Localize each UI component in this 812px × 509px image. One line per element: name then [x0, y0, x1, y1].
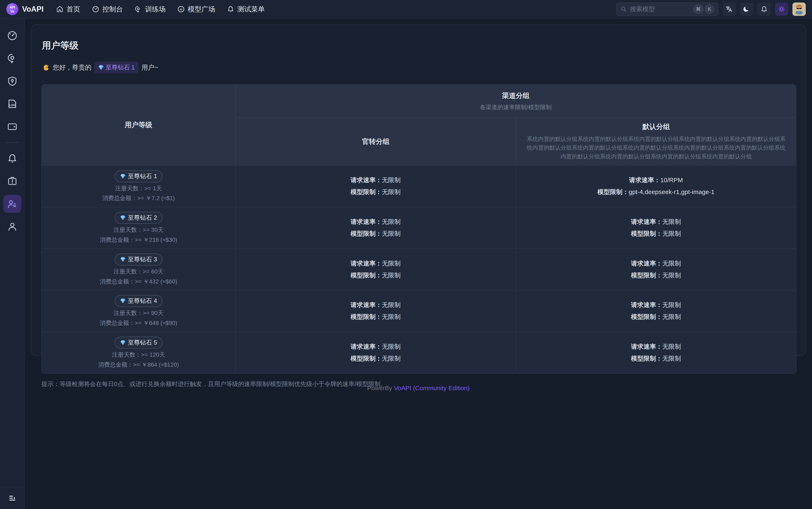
moon-icon: [743, 5, 750, 13]
model-search[interactable]: ⌘ K: [616, 2, 718, 16]
register-days: 注册天数：>= 120天: [112, 351, 165, 359]
nav-item-console[interactable]: 控制台: [92, 5, 123, 14]
bell-icon: [760, 5, 768, 13]
table-row: 至尊钻石 5 注册天数：>= 120天 消费总金额：>= ￥864 (≈$120…: [42, 332, 796, 373]
official-group-cell: 请求速率：无限制 模型限制：无限制: [235, 249, 516, 290]
sidebar-item-profile[interactable]: [3, 217, 21, 236]
footer: PowerBy VoAPI (Community Edition): [25, 384, 812, 392]
sidebar-item-token[interactable]: [3, 72, 21, 90]
sidebar-item-dashboard[interactable]: [3, 27, 21, 45]
settings-button[interactable]: [775, 2, 788, 16]
total-spend: 消费总金额：>= ￥7.2 (≈$1): [102, 194, 175, 202]
default-group-cell: 请求速率：无限制 模型限制：无限制: [516, 249, 796, 290]
sidebar-item-notification[interactable]: [3, 149, 21, 167]
level-badge: 至尊钻石 5: [115, 337, 162, 349]
default-model-limit: 无限制: [662, 272, 681, 279]
sidebar-item-user-level[interactable]: [3, 195, 21, 213]
notifications-button[interactable]: [758, 2, 771, 16]
gear-icon: [778, 5, 785, 13]
svg-text:API: API: [9, 6, 15, 9]
official-rate-limit: 无限制: [382, 260, 401, 267]
default-rate-limit: 10/RPM: [660, 176, 683, 183]
kbd-k: K: [705, 5, 714, 14]
sidebar-item-log[interactable]: [3, 95, 21, 113]
diamond-icon: [120, 257, 126, 263]
nav-item-test-menu[interactable]: 测试菜单: [227, 5, 265, 14]
page-title: 用户等级: [42, 39, 796, 52]
official-model-limit: 无限制: [382, 313, 401, 320]
level-cell: 至尊钻石 3 注册天数：>= 60天 消费总金额：>= ￥432 (≈$60): [42, 249, 235, 290]
official-model-limit: 无限制: [382, 230, 401, 237]
total-spend: 消费总金额：>= ￥216 (≈$30): [100, 236, 177, 244]
sidebar-item-ticket[interactable]: [3, 172, 21, 190]
sidebar: [0, 19, 25, 509]
topbar: API Vo VoAPI 首页 控制台 训练场 模型广场 测试菜单: [0, 0, 812, 19]
diamond-icon: [120, 340, 126, 346]
level-badge: 至尊钻石 3: [115, 253, 162, 266]
sidebar-item-playground[interactable]: [3, 49, 21, 67]
table-body: 至尊钻石 1 注册天数：>= 1天 消费总金额：>= ￥7.2 (≈$1) 请求…: [42, 165, 796, 373]
level-badge: 至尊钻石 1: [115, 170, 162, 182]
search-icon: [620, 6, 627, 12]
default-group-cell: 请求速率：无限制 模型限制：无限制: [516, 332, 796, 373]
level-badge: 至尊钻石 4: [115, 295, 162, 307]
theme-toggle-button[interactable]: [740, 2, 753, 16]
level-cell: 至尊钻石 2 注册天数：>= 30天 消费总金额：>= ￥216 (≈$30): [42, 207, 235, 248]
user-avatar[interactable]: [792, 2, 806, 16]
translate-icon: [725, 5, 733, 13]
register-days: 注册天数：>= 60天: [114, 268, 163, 276]
register-days: 注册天数：>= 90天: [114, 309, 163, 317]
nav-item-playground[interactable]: 训练场: [135, 5, 165, 14]
user-level-table: 用户等级 渠道分组 各渠道的速率限制/模型限制 官转分组 默认分组 系统内置的默…: [41, 84, 797, 374]
official-group-cell: 请求速率：无限制 模型限制：无限制: [235, 332, 516, 373]
level-cell: 至尊钻石 4 注册天数：>= 90天 消费总金额：>= ￥648 (≈$90): [42, 290, 235, 332]
brand-title: VoAPI: [22, 5, 43, 13]
language-button[interactable]: [723, 2, 736, 16]
user-level-card: 用户等级 您好，尊贵的 至尊钻石 1 用户~ 用户等级 渠道分组 各渠道的速率限…: [31, 24, 806, 356]
svg-text:Vo: Vo: [10, 9, 14, 13]
footer-voapi-link[interactable]: VoAPI (Community Edition): [394, 384, 470, 392]
nav-item-model-plaza[interactable]: 模型广场: [177, 5, 215, 14]
table-row: 至尊钻石 3 注册天数：>= 60天 消费总金额：>= ￥432 (≈$60) …: [42, 248, 796, 290]
search-input[interactable]: [630, 6, 690, 13]
playground-icon: [135, 5, 142, 13]
bell-icon: [227, 5, 234, 13]
diamond-icon: [120, 173, 126, 179]
official-rate-limit: 无限制: [382, 343, 401, 350]
diamond-icon: [120, 215, 126, 221]
voapi-logo-icon[interactable]: API Vo: [6, 3, 18, 15]
official-rate-limit: 无限制: [382, 218, 401, 225]
default-rate-limit: 无限制: [662, 218, 681, 225]
column-header-user-level: 用户等级: [42, 84, 235, 165]
default-group-cell: 请求速率：10/RPM 模型限制：gpt-4,deepseek-r1,gpt-i…: [516, 166, 796, 207]
sidebar-divider: [6, 142, 19, 143]
sidebar-collapse-button[interactable]: [7, 493, 17, 503]
current-level-badge: 至尊钻石 1: [95, 62, 139, 73]
column-header-channel-group: 渠道分组 各渠道的速率限制/模型限制: [235, 84, 796, 118]
table-row: 至尊钻石 2 注册天数：>= 30天 消费总金额：>= ￥216 (≈$30) …: [42, 207, 796, 248]
default-group-cell: 请求速率：无限制 模型限制：无限制: [516, 290, 796, 332]
sidebar-item-wallet[interactable]: [3, 117, 21, 135]
default-model-limit: 无限制: [662, 230, 681, 237]
table-header: 用户等级 渠道分组 各渠道的速率限制/模型限制 官转分组 默认分组 系统内置的默…: [42, 84, 796, 165]
kbd-cmd: ⌘: [693, 5, 703, 14]
main-nav: 首页 控制台 训练场 模型广场 测试菜单: [56, 5, 265, 14]
default-group-cell: 请求速率：无限制 模型限制：无限制: [516, 207, 796, 248]
default-model-limit: 无限制: [662, 313, 681, 320]
level-cell: 至尊钻石 5 注册天数：>= 120天 消费总金额：>= ￥864 (≈$120…: [42, 332, 235, 373]
official-group-cell: 请求速率：无限制 模型限制：无限制: [235, 166, 516, 207]
default-group-desc: 系统内置的默认分组系统内置的默认分组系统内置的默认分组系统内置的默认分组系统内置…: [525, 135, 787, 161]
default-rate-limit: 无限制: [662, 343, 681, 350]
column-header-official-group: 官转分组: [235, 118, 516, 165]
total-spend: 消费总金额：>= ￥864 (≈$120): [98, 361, 179, 369]
wave-icon: [42, 64, 50, 71]
official-model-limit: 无限制: [382, 189, 401, 195]
official-group-cell: 请求速率：无限制 模型限制：无限制: [235, 207, 516, 248]
topbar-actions: ⌘ K: [616, 2, 806, 16]
nav-item-home[interactable]: 首页: [56, 5, 80, 14]
official-model-limit: 无限制: [382, 355, 401, 362]
channel-group-desc: 各渠道的速率限制/模型限制: [480, 103, 552, 111]
model-plaza-icon: [177, 5, 185, 13]
diamond-icon: [98, 65, 104, 70]
level-cell: 至尊钻石 1 注册天数：>= 1天 消费总金额：>= ￥7.2 (≈$1): [42, 166, 235, 207]
